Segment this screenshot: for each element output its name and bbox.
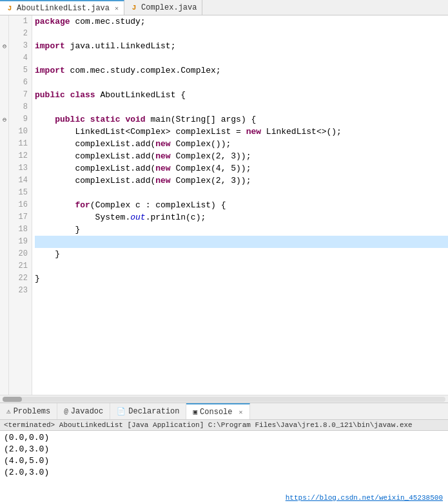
console-url[interactable]: https://blog.csdn.net/weixin_45238500 [286,494,443,502]
console-footer: https://blog.csdn.net/weixin_45238500 [0,493,448,503]
line-num-8: 8 [23,101,28,113]
javadoc-icon: @ [64,408,68,415]
fold-23 [0,285,9,297]
java-file-icon: J [5,4,14,13]
fold-11 [0,138,9,150]
fold-17 [0,211,9,223]
fold-16 [0,199,9,211]
console-line-4: (2.0,3.0) [4,467,444,479]
console-line-3: (4.0,5.0) [4,455,444,467]
declaration-icon: 📄 [117,407,126,415]
code-line-23 [35,285,448,297]
console-label: Console [200,408,232,417]
code-line-22: } [35,272,448,285]
code-line-18: } [35,223,448,236]
console-close-icon[interactable]: ✕ [239,408,243,416]
code-line-5: import com.mec.study.complex.Complex; [35,64,448,77]
fold-22 [0,272,9,285]
line-num-23: 23 [19,285,28,297]
line-num-11: 11 [19,138,28,150]
console-header: <terminated> AboutLinkedList [Java Appli… [0,419,448,431]
code-line-14: complexList.add(new Complex(2, 3)); [35,175,448,187]
fold-6 [0,77,9,89]
problems-label: Problems [14,407,51,416]
code-line-6 [35,77,448,89]
tab-javadoc[interactable]: @ Javadoc [57,403,110,419]
line-num-2: 2 [23,28,28,40]
line-num-18: 18 [19,223,28,236]
code-line-2 [35,28,448,40]
code-line-13: complexList.add(new Complex(4, 5)); [35,162,448,175]
tab-label-2: Complex.java [141,3,197,12]
fold-15 [0,187,9,199]
h-scrollbar[interactable] [0,395,448,403]
code-line-9: public static void main(String[] args) { [35,113,448,126]
fold-2 [0,28,9,40]
line-num-14: 14 [19,175,28,187]
fold-1 [0,15,9,28]
line-num-20: 20 [19,248,28,260]
fold-8 [0,101,9,113]
line-numbers: 1 2 3 4 5 6 7 8 9 10 11 12 13 14 15 16 1… [9,15,32,395]
scrollbar-thumb[interactable] [3,397,22,402]
line-num-17: 17 [19,211,28,223]
line-num-15: 15 [19,187,28,199]
tab-complex[interactable]: J Complex.java [124,0,202,15]
fold-13 [0,162,9,175]
line-num-12: 12 [19,150,28,162]
tab-label: AboutLinkedList.java [17,4,110,13]
code-line-10: LinkedList<Complex> complexList = new Li… [35,126,448,138]
line-num-22: 22 [19,272,28,285]
console-header-text: <terminated> AboutLinkedList [Java Appli… [4,421,413,429]
code-line-20: } [35,248,448,260]
problems-icon: ⚠ [6,407,11,415]
javadoc-label: Javadoc [71,407,103,416]
code-line-15 [35,187,448,199]
console-icon: ▣ [193,408,197,416]
java-file-icon-2: J [130,3,139,12]
fold-5 [0,64,9,77]
code-line-1: package com.mec.study; [35,15,448,28]
code-lines: package com.mec.study; import java.util.… [35,15,448,297]
line-num-21: 21 [19,260,28,272]
fold-4 [0,52,9,64]
tab-close-icon[interactable]: ✕ [115,5,119,12]
fold-7 [0,89,9,101]
line-num-6: 6 [23,77,28,89]
code-content[interactable]: package com.mec.study; import java.util.… [32,15,448,395]
line-num-10: 10 [19,126,28,138]
tab-about-linked-list[interactable]: J AboutLinkedList.java ✕ [0,0,124,15]
tab-problems[interactable]: ⚠ Problems [0,403,57,419]
fold-9[interactable]: ⊖ [0,113,9,126]
console-output: (0.0,0.0) (2.0,3.0) (4.0,5.0) (2.0,3.0) [0,431,448,493]
code-line-21 [35,260,448,272]
line-num-19: 19 [19,236,28,248]
line-num-16: 16 [19,199,28,211]
fold-19 [0,236,9,248]
code-line-11: complexList.add(new Complex()); [35,138,448,150]
code-line-16: for(Complex c : complexList) { [35,199,448,211]
line-num-3: 3 [23,40,28,52]
scrollbar-track[interactable] [3,397,445,402]
tab-declaration[interactable]: 📄 Declaration [110,403,186,419]
fold-14 [0,175,9,187]
bottom-tabs: ⚠ Problems @ Javadoc 📄 Declaration ▣ Con… [0,403,448,419]
code-line-3: import java.util.LinkedList; [35,40,448,52]
fold-12 [0,150,9,162]
code-line-8 [35,101,448,113]
line-num-13: 13 [19,162,28,175]
tab-bar: J AboutLinkedList.java ✕ J Complex.java [0,0,448,15]
code-line-7: public class AboutLinkedList { [35,89,448,101]
line-num-4: 4 [23,52,28,64]
console-line-2: (2.0,3.0) [4,444,444,455]
line-num-5: 5 [23,64,28,77]
console-line-1: (0.0,0.0) [4,432,444,444]
fold-3[interactable]: ⊖ [0,40,9,52]
console-area: <terminated> AboutLinkedList [Java Appli… [0,419,448,503]
fold-10 [0,126,9,138]
code-line-4 [35,52,448,64]
fold-20 [0,248,9,260]
tab-console[interactable]: ▣ Console ✕ [186,403,249,419]
code-line-12: complexList.add(new Complex(2, 3)); [35,150,448,162]
declaration-label: Declaration [128,407,179,416]
